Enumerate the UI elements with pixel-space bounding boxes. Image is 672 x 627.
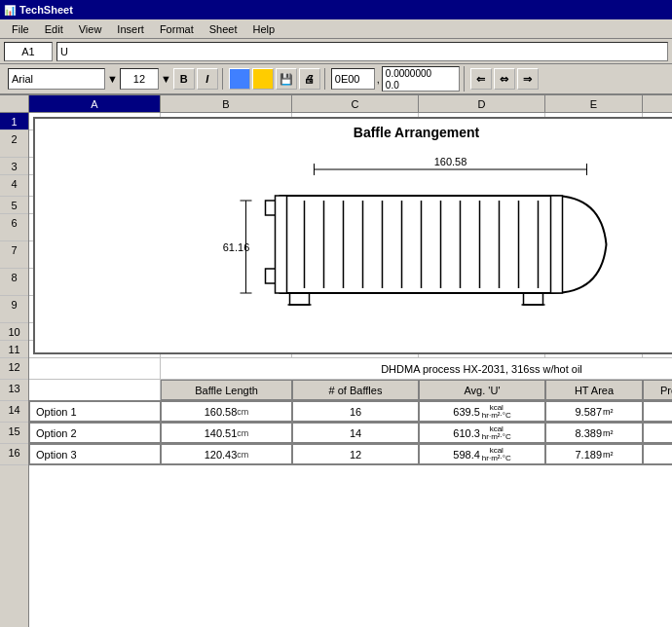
row-12: DHDMA process HX-2031, 316ss w/hot oil [29,358,672,380]
save-button[interactable]: 💾 [276,68,297,90]
unit-htArea-16: m² [603,450,614,460]
column-headers: A B C D E F [0,95,672,113]
menu-view[interactable]: View [71,21,110,37]
unit-avgU-15: kcalhr·m²·°C [482,425,511,441]
app-title: TechSheet [19,4,73,16]
cell-A14-option1[interactable]: Option 1 [29,401,161,422]
col-header-D[interactable]: D [419,95,545,112]
row-15-option2: Option 2 140.51 cm 14 610.3 kcalhr·m²·°C… [29,423,672,444]
col-header-F[interactable]: F [643,95,672,112]
cell-B12-merged[interactable]: DHDMA process HX-2031, 316ss w/hot oil [161,358,672,379]
menu-format[interactable]: Format [152,21,202,37]
row-num-16: 16 [0,444,28,465]
cell-F15[interactable]: 12.06 m³hr [643,423,672,443]
svg-rect-22 [290,293,310,305]
unit-cm-14: cm [237,407,248,417]
cell-A16-option3[interactable]: Option 3 [29,444,161,464]
cell-B16[interactable]: 120.43 cm [161,444,292,464]
menu-bar: File Edit View Insert Format Sheet Help [0,19,672,39]
row-num-10: 10 [0,323,28,341]
cell-C15[interactable]: 14 [292,423,419,443]
cell-E16[interactable]: 7.189 m² [545,444,643,464]
diagram-container: Baffle Arrangement 160.58 [33,117,672,354]
print-button[interactable]: 🖨 [299,68,320,90]
cell-B15[interactable]: 140.51 cm [161,423,292,443]
bold-button[interactable]: B [173,68,195,90]
row-num-9: 9 [0,296,28,323]
row-13-headers: Baffle Length # of Baffles Avg. 'U' HT A… [29,380,672,401]
cell-F14[interactable]: 13.62 m³hr [643,401,672,422]
grid: Baffle Arrangement 160.58 [29,113,672,627]
row-num-13: 13 [0,380,28,401]
svg-rect-8 [551,196,563,293]
cell-reference[interactable] [4,42,53,61]
cell-D14[interactable]: 639.5 kcalhr·m²·°C [419,401,545,422]
font-name-input[interactable] [8,68,105,90]
row-num-1: 1 [0,113,28,130]
row-num-3: 3 [0,158,28,175]
cell-A13[interactable] [29,380,161,400]
row-num-4: 4 [0,175,28,197]
row-num-15: 15 [0,423,28,444]
cell-D15[interactable]: 610.3 kcalhr·m²·°C [419,423,545,443]
menu-insert[interactable]: Insert [109,21,152,37]
decimal-value-input[interactable] [382,66,460,80]
font-size-input[interactable] [120,68,159,90]
cell-F16[interactable]: 11.3 m³hr [643,444,672,464]
forward-button[interactable]: ⇔ [494,68,515,90]
row-14-option1: Option 1 160.58 cm 16 639.5 kcalhr·m²·°C… [29,401,672,423]
row-num-8: 8 [0,269,28,296]
color-button[interactable] [229,68,250,90]
row-num-2: 2 [0,130,28,158]
col-header-B[interactable]: B [161,95,292,112]
svg-rect-7 [276,196,287,293]
cell-C16[interactable]: 12 [292,444,419,464]
svg-text:160.58: 160.58 [434,156,467,167]
cell-B14[interactable]: 160.58 cm [161,401,292,422]
header-ht-area: HT Area [545,380,643,400]
back-button[interactable]: ⇐ [470,68,492,90]
nav-buttons-group: ⇐ ⇔ ⇒ [467,68,542,90]
italic-button[interactable]: I [197,68,218,90]
cell-C14[interactable]: 16 [292,401,419,422]
svg-rect-4 [280,196,553,293]
fill-button[interactable] [252,68,274,90]
sheet-body: 1 2 3 4 5 6 7 8 9 10 11 12 13 14 15 16 [0,113,672,627]
diagram-title: Baffle Arrangement [35,119,672,142]
col-header-C[interactable]: C [292,95,419,112]
end-button[interactable]: ⇒ [517,68,539,90]
title-bar: 📊 TechSheet [0,0,672,19]
spreadsheet: A B C D E F 1 2 3 4 5 6 7 8 9 10 11 12 1… [0,95,672,627]
header-baffle-length: Baffle Length [161,380,292,400]
menu-edit[interactable]: Edit [37,21,71,37]
comma-separator: , [377,73,380,85]
header-product-flow: Product Flow [643,380,672,400]
row-num-5: 5 [0,197,28,214]
row-num-6: 6 [0,214,28,241]
unit-avgU-16: kcalhr·m²·°C [482,447,511,462]
cell-E14[interactable]: 9.587 m² [545,401,643,422]
row-num-7: 7 [0,241,28,269]
formula-input[interactable] [56,42,668,61]
formula-bar [0,39,672,64]
font-group: ▼ ▼ B I [4,68,223,90]
menu-file[interactable]: File [4,21,37,37]
col-header-E[interactable]: E [545,95,643,112]
baffle-diagram-svg: 160.58 [35,142,672,347]
row-16-option3: Option 3 120.43 cm 12 598.4 kcalhr·m²·°C… [29,444,672,465]
format-buttons-group: 💾 🖨 [225,68,325,90]
row-num-12: 12 [0,358,28,380]
col-header-A[interactable]: A [29,95,161,112]
cell-A15-option2[interactable]: Option 2 [29,423,161,443]
sci-notation-input[interactable] [331,68,375,90]
cell-A12[interactable] [29,358,161,379]
svg-text:61.16: 61.16 [223,241,250,253]
menu-sheet[interactable]: Sheet [202,21,245,37]
cell-D16[interactable]: 598.4 kcalhr·m²·°C [419,444,545,464]
row-num-11: 11 [0,341,28,358]
header-avg-u: Avg. 'U' [419,380,545,400]
decimal-row2-input[interactable] [382,80,460,92]
menu-help[interactable]: Help [244,21,282,37]
cell-E15[interactable]: 8.389 m² [545,423,643,443]
unit-htArea-14: m² [603,407,614,417]
